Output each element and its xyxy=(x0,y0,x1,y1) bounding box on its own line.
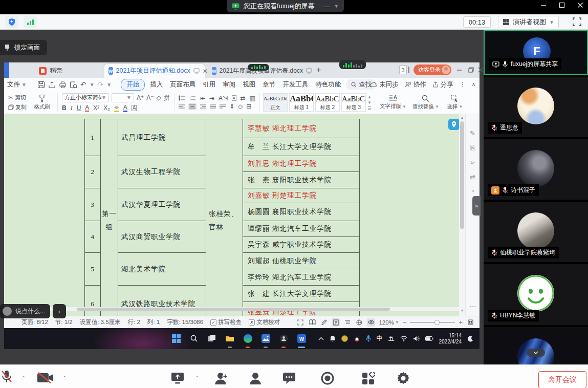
proofread-toggle[interactable]: ✗文档校对 xyxy=(249,318,280,326)
zoom-in-button[interactable]: + xyxy=(459,318,463,326)
styles-up-icon[interactable]: ▲ xyxy=(367,95,372,99)
ime-mode-indicator[interactable]: 中 xyxy=(377,334,383,343)
status-page[interactable]: 页面: 8/12 xyxy=(21,318,48,326)
leave-meeting-button[interactable]: 离开会议 xyxy=(538,371,586,388)
collapse-ribbon-icon[interactable]: ∧ xyxy=(472,82,475,87)
notification-bell-icon[interactable] xyxy=(330,335,336,342)
web-view-icon[interactable] xyxy=(355,318,363,327)
print-icon[interactable] xyxy=(59,81,67,89)
edit-pen-icon[interactable]: ✎ xyxy=(470,130,475,137)
cut-button[interactable]: ✂剪切 xyxy=(8,94,27,101)
redo-icon[interactable]: ↷ xyxy=(98,81,104,88)
network-signal-button[interactable] xyxy=(24,16,37,28)
text-direction-button[interactable]: ᴀ xyxy=(232,95,236,101)
start-button[interactable] xyxy=(169,331,183,346)
bold-button[interactable]: B xyxy=(62,105,67,111)
invite-button[interactable] xyxy=(214,372,228,385)
status-column[interactable]: 列: 1 xyxy=(147,318,160,326)
text-layout-button[interactable]: 文字排版▼ xyxy=(377,95,409,110)
menu-tab-special-features[interactable]: 特色功能 xyxy=(313,79,343,90)
number-list-button[interactable] xyxy=(189,95,196,101)
wps-app-icon[interactable]: W xyxy=(294,331,309,346)
align-center-button[interactable] xyxy=(188,103,197,110)
measure-icon[interactable]: ⇄ xyxy=(470,173,475,181)
doc-count-badge[interactable]: 3 xyxy=(399,66,409,74)
pointer-icon[interactable]: ➢ xyxy=(470,159,475,166)
settings-button[interactable] xyxy=(397,372,410,385)
line-spacing-button[interactable]: ⇕ xyxy=(229,103,234,110)
battery-icon[interactable] xyxy=(425,336,433,341)
document-page[interactable]: 1 第一组 武昌理工学院 张桂荣、官林 李慧敏 湖北理工学院 牟 兰 长江大学文… xyxy=(4,114,459,316)
menu-tab-references[interactable]: 引用 xyxy=(201,79,217,90)
task-view-icon[interactable] xyxy=(205,331,219,346)
menu-tab-insert[interactable]: 插入 xyxy=(148,79,165,90)
export-icon[interactable] xyxy=(48,81,56,89)
search-icon[interactable] xyxy=(187,331,201,346)
participant-tile[interactable]: 遥思意 xyxy=(484,77,588,137)
save-icon[interactable] xyxy=(37,81,45,89)
eye-protect-icon[interactable] xyxy=(367,318,375,327)
scrollbar-thumb[interactable] xyxy=(460,121,464,229)
font-size-select[interactable]: ▼ xyxy=(112,93,134,102)
lock-screen-button[interactable]: 锁定画面 xyxy=(0,40,47,55)
zoom-level-button[interactable]: 120%▼ xyxy=(379,319,399,326)
new-tab-button[interactable]: + xyxy=(316,66,321,75)
undo-icon[interactable]: ↶ xyxy=(80,81,86,88)
zoom-slider[interactable] xyxy=(410,320,455,325)
window-minimize-button[interactable] xyxy=(540,2,547,9)
camera-options-chevron[interactable]: ⌃ xyxy=(62,375,67,381)
apps-button[interactable] xyxy=(362,372,375,385)
focus-moon-icon[interactable] xyxy=(467,336,473,342)
share-button[interactable]: 分享 xyxy=(432,80,453,89)
font-color-button[interactable]: A xyxy=(123,104,127,112)
coin-app-icon[interactable] xyxy=(341,335,348,342)
meeting-app-icon[interactable] xyxy=(276,331,291,346)
menu-tab-section[interactable]: 章节 xyxy=(260,79,277,90)
clear-format-button[interactable]: ◇ xyxy=(157,95,161,101)
present-icon[interactable] xyxy=(306,68,312,74)
participant-tile[interactable]: 仙桃职业学院蔡紫琦 xyxy=(484,202,588,262)
superscript-button[interactable]: X² xyxy=(93,105,99,111)
chat-input[interactable]: 说点什么... xyxy=(0,304,50,318)
chat-button[interactable] xyxy=(282,372,296,384)
record-button[interactable] xyxy=(321,372,334,385)
view-mode-button[interactable]: 演讲者视图 ▼ xyxy=(498,16,559,28)
wifi-icon[interactable] xyxy=(400,336,407,341)
find-replace-button[interactable]: 查找替换▼ xyxy=(410,95,442,111)
font-color-a-button[interactable]: A xyxy=(85,104,89,112)
styles-down-icon[interactable]: ▼ xyxy=(367,100,372,105)
format-painter-button[interactable]: 格式刷 xyxy=(31,94,53,111)
highlight-button[interactable]: ⌯ xyxy=(114,104,119,112)
copy-button[interactable]: 复制 xyxy=(8,103,27,111)
tab-doc1[interactable]: W 2021年项目评估通知.docx ✕ xyxy=(104,64,205,78)
ime-layout-indicator[interactable]: 五 xyxy=(388,334,395,343)
help-icon[interactable]: ◔ xyxy=(471,187,475,195)
photos-app-icon[interactable] xyxy=(258,331,273,346)
italic-button[interactable]: I xyxy=(71,105,73,111)
banner-minimize-icon[interactable]: — xyxy=(323,3,330,10)
write-mode-icon[interactable] xyxy=(320,318,328,327)
window-maximize-button[interactable] xyxy=(558,2,565,9)
camera-off-button[interactable] xyxy=(37,372,54,383)
borders-button[interactable]: ⊞ xyxy=(246,103,251,110)
menu-tab-page-layout[interactable]: 页面布局 xyxy=(168,79,198,90)
participant-tile-sharer[interactable]: F fuxuej的屏幕共享 xyxy=(484,30,588,75)
participants-button[interactable] xyxy=(249,372,262,385)
font-name-select[interactable]: 方正小标宋简体▼ xyxy=(62,93,109,102)
fullscreen-view-icon[interactable] xyxy=(296,318,304,327)
fit-page-icon[interactable] xyxy=(466,318,474,327)
slider-knob[interactable] xyxy=(434,320,440,325)
collapse-videos-button[interactable] xyxy=(527,349,545,357)
shrink-font-button[interactable]: A⁻ xyxy=(146,95,154,101)
taskbar-clock[interactable]: 15:14 2022/4/24 xyxy=(439,333,462,345)
share-screen-button[interactable] xyxy=(171,372,184,384)
mic-muted-button[interactable] xyxy=(1,370,12,383)
guest-login-button[interactable]: 访客登录 xyxy=(413,64,451,75)
horizontal-scrollbar[interactable] xyxy=(4,307,459,311)
menu-tab-review[interactable]: 审阅 xyxy=(221,79,237,90)
bullet-list-button[interactable] xyxy=(179,95,185,101)
spellcheck-toggle[interactable]: ✓拼写检查 xyxy=(210,318,242,326)
collaborate-button[interactable]: 协作 xyxy=(405,80,426,89)
select-button[interactable]: 选择▼ xyxy=(443,95,467,111)
sync-status[interactable]: 未同步 xyxy=(370,80,399,89)
